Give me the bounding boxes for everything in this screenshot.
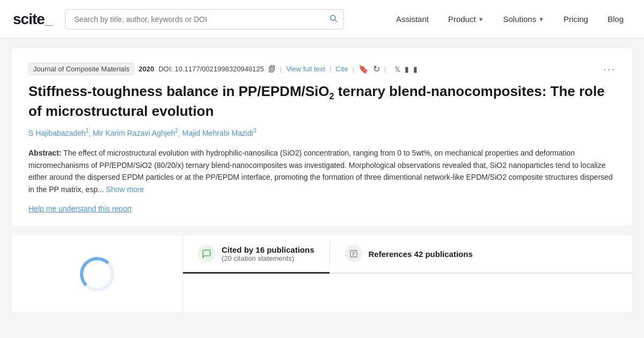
cited-by-icon — [198, 245, 215, 262]
tabs-panel: Cited by 16 publications (20 citation st… — [183, 236, 633, 313]
twitter-icon[interactable]: 𝕏 — [394, 65, 400, 74]
loading-spinner — [80, 257, 114, 291]
search-bar — [65, 9, 344, 30]
tab-cited-by[interactable]: Cited by 16 publications (20 citation st… — [183, 236, 330, 274]
tab-cited-by-text: Cited by 16 publications (20 citation st… — [222, 245, 314, 262]
social-icons: 𝕏 ▮ ▮ — [394, 65, 418, 74]
meta-row: Journal of Composite Materials 2020 DOI:… — [28, 63, 616, 75]
nav-solutions[interactable]: Solutions ▼ — [496, 10, 552, 28]
paper-card: Journal of Composite Materials 2020 DOI:… — [11, 47, 633, 227]
doi-label: DOI: 10.1177/0021998320948125 — [158, 65, 264, 73]
view-full-text-link[interactable]: View full text — [286, 65, 325, 73]
svg-point-0 — [331, 15, 335, 20]
more-options-button[interactable]: ··· — [603, 63, 616, 75]
show-more-link[interactable]: Show more — [106, 185, 144, 194]
chevron-down-icon: ▼ — [478, 16, 484, 23]
spinner-panel — [11, 236, 183, 313]
abstract-label: Abstract: — [28, 149, 61, 157]
tabs-row: Cited by 16 publications (20 citation st… — [183, 236, 633, 274]
paper-title: Stiffness-toughness balance in PP/EPDM/S… — [28, 83, 616, 121]
journal-name: Journal of Composite Materials — [28, 63, 134, 75]
abstract: Abstract: The effect of microstructural … — [28, 147, 616, 195]
year: 2020 — [138, 65, 154, 73]
chevron-down-icon: ▼ — [538, 16, 544, 23]
nav-product[interactable]: Product ▼ — [441, 10, 492, 28]
bottom-section: Cited by 16 publications (20 citation st… — [11, 236, 633, 313]
logo[interactable]: scite_ — [13, 11, 52, 28]
svg-line-1 — [335, 20, 337, 21]
nav-blog[interactable]: Blog — [600, 10, 631, 28]
tab-references[interactable]: References 42 publications — [330, 236, 488, 274]
search-icon[interactable] — [329, 14, 338, 25]
cite-link[interactable]: Cite — [335, 65, 348, 73]
copy-icon[interactable]: 🗐 — [268, 65, 276, 74]
author-3[interactable]: Majid Mehrabi Mazidi3 — [182, 129, 257, 137]
authors: S Hajibabazadeh1, Mir Karim Razavi Aghje… — [28, 128, 616, 138]
author-2[interactable]: Mir Karim Razavi Aghjeh2 — [93, 129, 178, 137]
facebook-icon[interactable]: ▮ — [405, 65, 409, 74]
bookmark-icon[interactable]: 🔖 — [358, 64, 369, 74]
search-input[interactable] — [65, 9, 344, 30]
references-icon — [345, 245, 362, 262]
nav-pricing[interactable]: Pricing — [556, 10, 596, 28]
linkedin-icon[interactable]: ▮ — [413, 65, 418, 74]
help-link[interactable]: Help me understand this report — [28, 204, 131, 213]
navbar: scite_ Assistant Product ▼ Solutions ▼ P… — [0, 0, 644, 39]
tab-references-text: References 42 publications — [369, 249, 473, 259]
refresh-icon[interactable]: ↻ — [373, 64, 380, 74]
nav-items: Assistant Product ▼ Solutions ▼ Pricing … — [389, 10, 631, 28]
nav-assistant[interactable]: Assistant — [389, 10, 436, 28]
author-1[interactable]: S Hajibabazadeh1 — [28, 129, 89, 137]
